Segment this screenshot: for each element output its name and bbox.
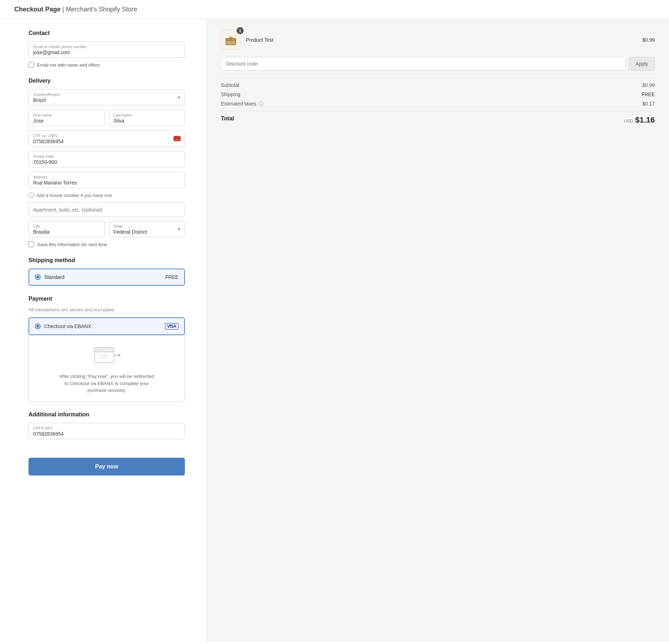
svg-rect-11 [229,37,232,38]
shipping-line-value: FREE [642,92,655,97]
payment-radio-dot [35,323,41,329]
shipping-line-label: Shipping [221,92,240,97]
payment-subtitle: All transactions are secure and encrypte… [28,307,185,312]
header-title: Checkout Page | Merchant's Shopify Store [14,6,137,13]
discount-code-input[interactable] [221,57,626,71]
product-name: Product Test [246,37,637,43]
name-row: First name Last name [28,110,185,130]
shipping-option-standard[interactable]: Standard FREE [28,269,185,286]
shipping-option-left: Standard [35,274,64,280]
additional-cpf-label: CPF/CNPJ [33,426,180,430]
postal-input[interactable] [33,159,180,165]
product-badge: 1 [237,27,244,34]
svg-marker-8 [119,354,121,357]
state-group: State Federal District ▾ [109,221,185,237]
total-amount: $1.16 [635,115,655,125]
contact-title: Contact [28,30,185,36]
apt-input[interactable] [33,206,180,214]
last-name-group: Last name [109,110,185,126]
header-title-bold: Checkout Page [14,6,61,13]
apt-field-wrapper [28,202,185,217]
cpf-label: CPF ou CNPJ [33,134,180,138]
newsletter-row: Email me with news and offers [28,62,185,68]
payment-radio-inner [36,325,39,328]
email-group: Email or mobile phone number [28,41,185,58]
save-info-checkbox[interactable] [28,242,34,247]
header-title-sep: | [62,6,64,13]
subtotal-line: Subtotal $0.99 [221,82,655,88]
shipping-option-label: Standard [44,274,64,280]
total-right: USD $1.16 [624,115,655,125]
first-name-label: First name [33,113,100,117]
newsletter-checkbox[interactable] [28,62,34,68]
last-name-field-wrapper: Last name [109,110,185,126]
svg-point-3 [99,349,100,350]
discount-row: Apply [221,57,655,71]
payment-option-label: Checkout via EBANX [44,323,91,329]
payment-redirect-box: After clicking "Pay now", you will be re… [28,335,185,401]
svg-rect-6 [100,357,107,358]
pay-now-button[interactable]: Pay now [28,458,185,476]
cpf-input[interactable] [33,139,180,144]
city-state-row: City State Federal District ▾ [28,221,185,242]
payment-option-left: Checkout via EBANX [35,323,91,329]
main-layout: Contact Email or mobile phone number Ema… [0,19,669,642]
newsletter-label: Email me with news and offers [37,62,100,68]
shipping-line: Shipping FREE [221,92,655,97]
total-label: Total [221,115,234,125]
apply-discount-button[interactable]: Apply [629,57,655,71]
country-select[interactable]: Brazil [33,97,180,103]
first-name-group: First name [28,110,105,126]
first-name-field-wrapper: First name [28,110,105,126]
svg-rect-5 [98,355,109,356]
shipping-option-price: FREE [165,274,178,280]
address-hint-text: Add a house number if you have one [36,193,112,198]
contact-section: Contact Email or mobile phone number Ema… [28,30,185,68]
product-row: 1 Product Test $0.99 [221,30,655,50]
svg-point-2 [97,349,98,350]
total-currency: USD [624,119,633,124]
address-group: Address [28,172,185,188]
city-label: City [33,224,100,228]
state-select[interactable]: Federal District [114,229,181,235]
last-name-input[interactable] [114,118,181,124]
taxes-info-icon[interactable]: i [259,101,264,106]
payment-option-ebanx[interactable]: Checkout via EBANX VISA [28,317,185,335]
postal-group: Postal code [28,151,185,167]
email-input[interactable] [33,50,180,55]
redirect-browser-icon [93,346,121,367]
taxes-value: $0.17 [642,101,655,107]
total-line: Total USD $1.16 [221,115,655,125]
city-group: City [28,221,105,237]
product-price: $0.99 [642,37,655,43]
delivery-section: Delivery Country/Region Brazil ▾ First n… [28,78,185,247]
taxes-label-group: Estimated taxes i [221,101,264,107]
svg-point-4 [102,349,103,350]
header-title-store: Merchant's Shopify Store [66,6,138,13]
right-panel: 1 Product Test $0.99 Apply Subtotal $0.9… [207,19,669,642]
state-label: State [114,224,181,228]
state-field-wrapper: State Federal District ▾ [109,221,185,237]
save-info-row: Save this information for next time [28,242,185,247]
last-name-label: Last name [114,113,181,117]
email-field-wrapper: Email or mobile phone number [28,41,185,58]
summary-divider [221,78,655,78]
address-input[interactable] [33,180,180,186]
additional-cpf-field-wrapper: CPF/CNPJ [28,423,185,439]
left-panel: Contact Email or mobile phone number Ema… [0,19,207,642]
taxes-label: Estimated taxes [221,101,256,107]
delivery-title: Delivery [28,78,185,84]
additional-cpf-input[interactable] [33,431,180,437]
country-group: Country/Region Brazil ▾ [28,89,185,105]
first-name-input[interactable] [33,118,100,124]
save-info-label: Save this information for next time [37,242,107,247]
email-label: Email or mobile phone number [33,45,180,49]
country-field-wrapper: Country/Region Brazil ▾ [28,89,185,105]
taxes-line: Estimated taxes i $0.17 [221,101,655,107]
country-label: Country/Region [33,92,180,97]
shipping-radio-dot [35,274,41,280]
additional-title: Additional information [28,411,185,418]
city-input[interactable] [33,229,100,235]
page-header: Checkout Page | Merchant's Shopify Store [0,0,669,19]
shipping-title: Shipping method [28,257,185,264]
